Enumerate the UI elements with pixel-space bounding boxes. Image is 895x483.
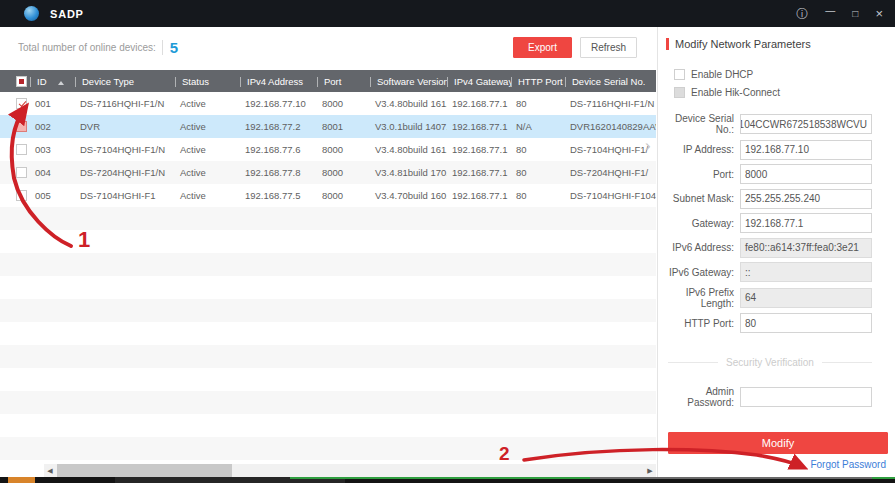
row-checkbox-checked[interactable] <box>16 98 27 109</box>
scroll-right-icon[interactable]: ▶ <box>644 464 656 477</box>
cell-http-port: 80 <box>511 167 565 178</box>
port-value: 8000 <box>745 169 767 180</box>
red-accent-bar <box>666 38 669 50</box>
maximize-icon[interactable]: □ <box>852 9 858 19</box>
column-header-ipv4-address[interactable]: IPv4 Address <box>240 76 317 87</box>
empty-rows-area <box>0 207 656 462</box>
table-row-001[interactable]: 001 DS-7116HQHI-F1/N Active 192.168.77.1… <box>0 92 656 115</box>
cell-software-version: V3.0.1build 1407... <box>370 121 447 132</box>
divider <box>162 40 163 55</box>
scroll-left-icon[interactable]: ◀ <box>44 464 56 477</box>
title-bar: SADP ⓘ — □ × <box>0 0 895 27</box>
table-row-004[interactable]: 004 DS-7204HQHI-F1/N Active 192.168.77.8… <box>0 161 656 184</box>
cell-id: 001 <box>30 98 75 109</box>
table-row-003[interactable]: 003 DS-7104HQHI-F1/N Active 192.168.77.6… <box>0 138 656 161</box>
port-input[interactable]: 8000 <box>740 164 872 184</box>
cell-ipv4-gateway: 192.168.77.1 <box>447 98 511 109</box>
sadp-window: SADP ⓘ — □ × Total number of online devi… <box>0 0 895 483</box>
row-checkbox[interactable] <box>16 190 27 201</box>
window-controls: ⓘ — □ × <box>796 7 883 20</box>
admin-password-input[interactable] <box>740 387 872 407</box>
table-header: ID Device Type Status IPv4 Address Port … <box>0 70 656 92</box>
gateway-input[interactable]: 192.168.77.1 <box>740 213 872 233</box>
column-header-http-port[interactable]: HTTP Port <box>511 76 565 87</box>
http-port-input[interactable]: 80 <box>740 313 872 333</box>
total-label: Total number of online devices: <box>18 42 156 53</box>
table-row-005[interactable]: 005 DS-7104HGHI-F1 Active 192.168.77.5 8… <box>0 184 656 207</box>
cell-device-type: DS-7104HQHI-F1/N <box>75 144 175 155</box>
collapse-panel-icon[interactable]: › <box>645 136 651 156</box>
panel-checkboxes: Enable DHCP Enable Hik-Connect <box>674 65 895 101</box>
cell-device-serial: DS-7104HGHI-F104 <box>565 190 656 201</box>
enable-hik-connect-checkbox[interactable] <box>674 87 685 98</box>
cell-port: 8000 <box>317 98 370 109</box>
column-header-software-version[interactable]: Software Version <box>370 76 447 87</box>
ipv6-address-value: fe80::a614:37ff:fea0:3e21 <box>745 242 859 253</box>
ipv6-prefix-length-input: 64 <box>740 288 872 308</box>
cell-status: Active <box>175 190 240 201</box>
cell-port: 8000 <box>317 144 370 155</box>
ipv6-gateway-label: IPv6 Gateway: <box>658 267 740 278</box>
modify-network-panel: Modify Network Parameters Enable DHCP En… <box>658 27 895 477</box>
minimize-icon[interactable]: — <box>825 6 835 16</box>
row-checkbox-highlighted[interactable] <box>16 121 27 132</box>
info-icon[interactable]: ⓘ <box>796 8 808 20</box>
ip-address-label: IP Address: <box>658 144 740 155</box>
ipv6-prefix-length-value: 64 <box>745 292 756 303</box>
cell-status: Active <box>175 167 240 178</box>
device-serial-input[interactable]: 620161104CCWR672518538WCVU <box>740 114 872 134</box>
subnet-mask-value: 255.255.255.240 <box>745 193 820 204</box>
cell-ipv4-gateway: 192.168.77.1 <box>447 144 511 155</box>
cell-ipv4-gateway: 192.168.77.1 <box>447 167 511 178</box>
scrollbar-thumb[interactable] <box>57 464 232 477</box>
cell-software-version: V3.4.80build 161... <box>370 144 447 155</box>
cell-id: 002 <box>30 121 75 132</box>
forgot-password-link[interactable]: Forgot Password <box>810 459 886 470</box>
cell-port: 8000 <box>317 167 370 178</box>
sort-ascending-icon <box>58 81 64 85</box>
online-devices-total: Total number of online devices: 5 <box>18 38 178 56</box>
network-form: Device Serial No.: 620161104CCWR67251853… <box>658 113 895 333</box>
subnet-mask-input[interactable]: 255.255.255.240 <box>740 189 872 209</box>
column-header-id[interactable]: ID <box>30 76 75 87</box>
close-icon[interactable]: × <box>875 7 883 20</box>
ip-address-input[interactable]: 192.168.77.10 <box>740 140 872 160</box>
column-header-device-type[interactable]: Device Type <box>75 76 175 87</box>
device-table: ID Device Type Status IPv4 Address Port … <box>0 70 656 462</box>
cell-http-port: 80 <box>511 144 565 155</box>
http-port-value: 80 <box>745 318 756 329</box>
column-header-ipv4-gateway[interactable]: IPv4 Gateway <box>447 76 511 87</box>
column-header-status[interactable]: Status <box>175 76 240 87</box>
cell-ipv4-address: 192.168.77.8 <box>240 167 317 178</box>
horizontal-scrollbar[interactable]: ◀ ▶ <box>44 464 656 477</box>
cell-software-version: V3.4.81build 170... <box>370 167 447 178</box>
gateway-label: Gateway: <box>658 218 740 229</box>
row-checkbox[interactable] <box>16 167 27 178</box>
cell-device-serial: DS-7116HQHI-F1/N <box>565 98 656 109</box>
cell-device-serial: DS-7204HQHI-F1/ <box>565 167 656 178</box>
enable-hik-connect-row: Enable Hik-Connect <box>674 83 895 101</box>
refresh-button[interactable]: Refresh <box>580 37 637 58</box>
cell-device-type: DS-7116HQHI-F1/N <box>75 98 175 109</box>
cell-ipv4-address: 192.168.77.5 <box>240 190 317 201</box>
cell-id: 003 <box>30 144 75 155</box>
enable-dhcp-checkbox[interactable] <box>674 69 685 80</box>
cell-ipv4-address: 192.168.77.6 <box>240 144 317 155</box>
panel-title-row: Modify Network Parameters <box>666 38 895 50</box>
cell-software-version: V3.4.80build 161... <box>370 98 447 109</box>
cell-device-type: DVR <box>75 121 175 132</box>
select-all-checkbox[interactable] <box>16 76 27 87</box>
cell-http-port: 80 <box>511 98 565 109</box>
cell-id: 004 <box>30 167 75 178</box>
table-row-002-selected[interactable]: 002 DVR Active 192.168.77.2 8001 V3.0.1b… <box>0 115 656 138</box>
row-checkbox[interactable] <box>16 144 27 155</box>
ipv6-prefix-length-label: IPv6 Prefix Length: <box>658 287 740 309</box>
enable-dhcp-row: Enable DHCP <box>674 65 895 83</box>
column-header-device-serial[interactable]: Device Serial No. <box>565 76 656 87</box>
column-header-port[interactable]: Port <box>317 76 370 87</box>
export-button[interactable]: Export <box>513 37 572 58</box>
cell-device-serial: DS-7104HQHI-F1/ <box>565 144 656 155</box>
cell-ipv4-gateway: 192.168.77.1 <box>447 190 511 201</box>
modify-button[interactable]: Modify <box>668 432 888 454</box>
cell-device-serial: DVR1620140829AAW <box>565 121 656 132</box>
